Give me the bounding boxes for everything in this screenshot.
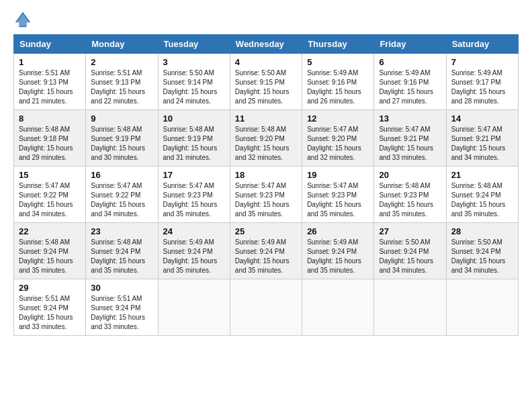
calendar-cell: 14 Sunrise: 5:47 AMSunset: 9:21 PMDaylig… [446,110,518,167]
calendar-week-row: 29 Sunrise: 5:51 AMSunset: 9:24 PMDaylig… [14,279,519,336]
day-detail: Sunrise: 5:47 AMSunset: 9:22 PMDaylight:… [19,182,73,218]
day-number: 20 [379,170,441,180]
day-number: 8 [19,113,81,124]
day-detail: Sunrise: 5:51 AMSunset: 9:24 PMDaylight:… [91,295,145,330]
calendar-cell: 22 Sunrise: 5:48 AMSunset: 9:24 PMDaylig… [14,223,86,279]
day-detail: Sunrise: 5:48 AMSunset: 9:18 PMDaylight:… [19,126,73,161]
calendar-cell [230,279,302,336]
day-number: 5 [307,57,369,67]
day-number: 18 [235,170,297,180]
calendar-cell: 21 Sunrise: 5:48 AMSunset: 9:24 PMDaylig… [446,167,518,223]
weekday-header-sunday: Sunday [14,35,86,54]
day-number: 15 [19,170,81,180]
page: SundayMondayTuesdayWednesdayThursdayFrid… [0,0,532,411]
calendar-cell [302,279,374,336]
day-detail: Sunrise: 5:51 AMSunset: 9:13 PMDaylight:… [19,69,73,105]
calendar-cell: 27 Sunrise: 5:50 AMSunset: 9:24 PMDaylig… [374,223,446,279]
day-number: 26 [307,226,369,236]
weekday-header-saturday: Saturday [446,35,518,54]
day-number: 6 [379,57,441,67]
day-detail: Sunrise: 5:51 AMSunset: 9:24 PMDaylight:… [19,295,73,330]
day-detail: Sunrise: 5:48 AMSunset: 9:24 PMDaylight:… [19,238,73,274]
day-number: 11 [235,113,297,124]
calendar-cell: 28 Sunrise: 5:50 AMSunset: 9:24 PMDaylig… [446,223,518,279]
calendar-cell: 19 Sunrise: 5:47 AMSunset: 9:23 PMDaylig… [302,167,374,223]
calendar-cell [374,279,446,336]
calendar-cell: 24 Sunrise: 5:49 AMSunset: 9:24 PMDaylig… [158,223,230,279]
day-number: 25 [235,226,297,236]
calendar-cell: 13 Sunrise: 5:47 AMSunset: 9:21 PMDaylig… [374,110,446,167]
day-number: 22 [19,226,81,236]
calendar-cell: 12 Sunrise: 5:47 AMSunset: 9:20 PMDaylig… [302,110,374,167]
day-number: 24 [163,226,225,236]
calendar-table: SundayMondayTuesdayWednesdayThursdayFrid… [13,34,519,336]
calendar-cell: 3 Sunrise: 5:50 AMSunset: 9:14 PMDayligh… [158,54,230,110]
calendar-cell: 8 Sunrise: 5:48 AMSunset: 9:18 PMDayligh… [14,110,86,167]
day-number: 30 [91,283,152,293]
calendar-cell: 2 Sunrise: 5:51 AMSunset: 9:13 PMDayligh… [86,54,158,110]
logo [13,10,35,29]
day-number: 1 [19,57,81,67]
day-detail: Sunrise: 5:49 AMSunset: 9:16 PMDaylight:… [379,69,433,105]
calendar-cell: 10 Sunrise: 5:48 AMSunset: 9:19 PMDaylig… [158,110,230,167]
calendar-cell: 7 Sunrise: 5:49 AMSunset: 9:17 PMDayligh… [446,54,518,110]
day-detail: Sunrise: 5:47 AMSunset: 9:23 PMDaylight:… [163,182,218,218]
calendar-cell: 29 Sunrise: 5:51 AMSunset: 9:24 PMDaylig… [14,279,86,336]
weekday-header-wednesday: Wednesday [230,35,302,54]
day-detail: Sunrise: 5:47 AMSunset: 9:21 PMDaylight:… [451,126,506,161]
day-number: 23 [91,226,152,236]
calendar-week-row: 1 Sunrise: 5:51 AMSunset: 9:13 PMDayligh… [14,54,519,110]
day-detail: Sunrise: 5:48 AMSunset: 9:19 PMDaylight:… [163,126,218,161]
calendar-cell: 18 Sunrise: 5:47 AMSunset: 9:23 PMDaylig… [230,167,302,223]
weekday-header-tuesday: Tuesday [158,35,230,54]
day-number: 16 [91,170,152,180]
day-number: 21 [451,170,513,180]
calendar-cell: 15 Sunrise: 5:47 AMSunset: 9:22 PMDaylig… [14,167,86,223]
day-number: 2 [91,57,152,67]
day-detail: Sunrise: 5:50 AMSunset: 9:15 PMDaylight:… [235,69,290,105]
calendar-week-row: 8 Sunrise: 5:48 AMSunset: 9:18 PMDayligh… [14,110,519,167]
calendar-cell: 4 Sunrise: 5:50 AMSunset: 9:15 PMDayligh… [230,54,302,110]
day-number: 9 [91,113,152,124]
weekday-header-row: SundayMondayTuesdayWednesdayThursdayFrid… [14,35,519,54]
day-number: 13 [379,113,441,124]
day-detail: Sunrise: 5:48 AMSunset: 9:24 PMDaylight:… [451,182,506,218]
day-detail: Sunrise: 5:49 AMSunset: 9:16 PMDaylight:… [307,69,361,105]
day-detail: Sunrise: 5:47 AMSunset: 9:23 PMDaylight:… [307,182,361,218]
calendar-cell: 1 Sunrise: 5:51 AMSunset: 9:13 PMDayligh… [14,54,86,110]
day-detail: Sunrise: 5:49 AMSunset: 9:24 PMDaylight:… [307,238,361,274]
calendar-week-row: 15 Sunrise: 5:47 AMSunset: 9:22 PMDaylig… [14,167,519,223]
day-detail: Sunrise: 5:48 AMSunset: 9:20 PMDaylight:… [235,126,290,161]
calendar-cell: 6 Sunrise: 5:49 AMSunset: 9:16 PMDayligh… [374,54,446,110]
calendar-cell: 17 Sunrise: 5:47 AMSunset: 9:23 PMDaylig… [158,167,230,223]
day-number: 19 [307,170,369,180]
day-number: 27 [379,226,441,236]
day-detail: Sunrise: 5:49 AMSunset: 9:24 PMDaylight:… [235,238,290,274]
day-number: 28 [451,226,513,236]
day-number: 29 [19,283,81,293]
day-detail: Sunrise: 5:50 AMSunset: 9:24 PMDaylight:… [379,238,433,274]
calendar-cell: 30 Sunrise: 5:51 AMSunset: 9:24 PMDaylig… [86,279,158,336]
calendar-cell: 20 Sunrise: 5:48 AMSunset: 9:23 PMDaylig… [374,167,446,223]
calendar-week-row: 22 Sunrise: 5:48 AMSunset: 9:24 PMDaylig… [14,223,519,279]
calendar-cell [158,279,230,336]
day-detail: Sunrise: 5:47 AMSunset: 9:23 PMDaylight:… [235,182,290,218]
day-number: 14 [451,113,513,124]
day-detail: Sunrise: 5:48 AMSunset: 9:23 PMDaylight:… [379,182,433,218]
day-detail: Sunrise: 5:48 AMSunset: 9:24 PMDaylight:… [91,238,145,274]
day-detail: Sunrise: 5:49 AMSunset: 9:24 PMDaylight:… [163,238,218,274]
logo-icon [13,10,32,29]
calendar-cell: 16 Sunrise: 5:47 AMSunset: 9:22 PMDaylig… [86,167,158,223]
weekday-header-thursday: Thursday [302,35,374,54]
day-detail: Sunrise: 5:47 AMSunset: 9:22 PMDaylight:… [91,182,145,218]
day-detail: Sunrise: 5:50 AMSunset: 9:24 PMDaylight:… [451,238,506,274]
day-number: 3 [163,57,225,67]
calendar-cell: 26 Sunrise: 5:49 AMSunset: 9:24 PMDaylig… [302,223,374,279]
day-number: 10 [163,113,225,124]
day-detail: Sunrise: 5:48 AMSunset: 9:19 PMDaylight:… [91,126,145,161]
day-number: 7 [451,57,513,67]
day-number: 17 [163,170,225,180]
calendar-cell [446,279,518,336]
calendar-cell: 11 Sunrise: 5:48 AMSunset: 9:20 PMDaylig… [230,110,302,167]
day-detail: Sunrise: 5:47 AMSunset: 9:21 PMDaylight:… [379,126,433,161]
